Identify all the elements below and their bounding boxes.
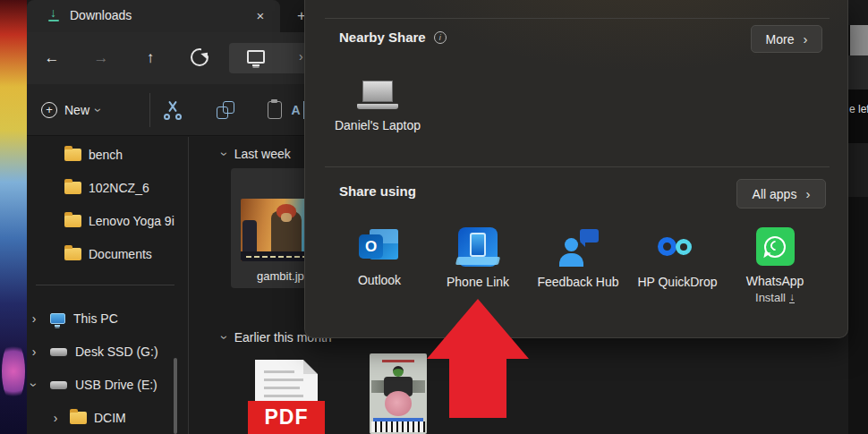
nearby-share-header: Nearby Share i [339,30,447,45]
all-apps-button-label: All apps [753,187,797,201]
sidebar-scrollbar[interactable] [174,358,177,434]
forward-button[interactable]: → [89,47,113,70]
folder-icon [70,412,87,424]
sidebar-item-lenovo-yoga[interactable]: Lenovo Yoga 9i [27,209,188,233]
new-dropdown-chevron-icon: › [91,108,106,113]
sidebar-divider [36,285,174,285]
file-tile-poster[interactable] [370,353,427,434]
tab-title: Downloads [70,8,132,22]
folder-icon [64,215,81,227]
sidebar-label: This PC [73,311,118,326]
monitor-icon [50,313,65,324]
chevron-right-icon[interactable]: › [27,311,41,326]
rename-icon[interactable]: A [288,101,304,119]
share-app-whatsapp[interactable]: WhatsApp Install ↓ [725,227,825,304]
whatsapp-icon [756,227,795,266]
sidebar-item-desk-ssd[interactable]: › Desk SSD (G:) [27,340,188,363]
share-using-label: Share using [339,183,416,199]
section-label: Last week [234,147,291,161]
toolbar-separator [149,93,150,127]
folder-icon [64,248,81,260]
chevron-right-icon[interactable]: › [48,411,63,425]
chevron-right-icon: › [803,31,807,47]
downloads-icon: ↓ [47,8,61,22]
file-tile-pdf[interactable]: PDF [248,360,325,434]
app-label: Outlook [358,273,401,287]
app-label: WhatsApp [746,274,804,288]
share-using-header: Share using [339,183,416,199]
copy-icon[interactable] [217,101,234,119]
sidebar-item-102ncz6[interactable]: 102NCZ_6 [27,176,188,200]
outlook-icon: O [359,227,400,265]
refresh-icon[interactable] [191,48,208,66]
new-button[interactable]: + New › [41,96,140,124]
breadcrumb-chevron-icon[interactable]: › [299,49,303,64]
share-app-hp-quickdrop[interactable]: HP QuickDrop [627,227,728,289]
desktop-wallpaper [0,0,27,434]
cut-icon[interactable] [163,100,183,120]
screen: ↓ Downloads × + ← → ↑ › + New [0,0,868,434]
background-text-fragment: e lef [849,103,868,115]
nearby-share-label: Nearby Share [339,30,426,45]
dialog-divider [325,18,830,19]
more-button[interactable]: More › [751,25,822,53]
feedback-hub-icon [557,227,599,267]
sidebar-label: 102NCZ_6 [89,181,149,195]
chevron-down-icon[interactable]: › [27,378,41,392]
sidebar-item-dcim[interactable]: › DCIM [48,406,209,430]
share-app-outlook[interactable]: O Outlook [329,227,430,287]
sidebar-label: bench [89,148,123,162]
up-button[interactable]: ↑ [139,47,162,70]
sidebar-label: USB Drive (E:) [75,378,157,392]
nearby-device-daniels-laptop[interactable]: Daniel's Laptop [319,81,436,132]
background-window-strip: e lef [848,0,868,434]
sidebar-item-this-pc[interactable]: › This PC [27,307,188,330]
hp-quickdrop-icon [654,227,701,267]
back-button[interactable]: ← [40,47,64,70]
collapse-chevron-icon[interactable]: › [217,152,232,157]
folder-icon [64,182,81,194]
drive-icon [50,381,67,389]
collapse-chevron-icon[interactable]: › [217,336,232,340]
plus-circle-icon: + [41,102,57,118]
app-label: Feedback Hub [537,275,618,289]
app-label: HP QuickDrop [637,275,717,289]
new-button-label: New [64,103,89,117]
sidebar-label: Documents [89,247,152,261]
whatsapp-install-label: Install ↓ [755,291,795,304]
paste-icon[interactable] [268,101,282,119]
pdf-badge: PDF [248,401,325,434]
device-name: Daniel's Laptop [335,118,421,132]
drive-icon [50,348,67,356]
all-apps-button[interactable]: All apps › [736,179,826,208]
share-app-phone-link[interactable]: Phone Link [428,227,528,289]
share-dialog: Nearby Share i More › Daniel's Laptop Sh… [304,0,848,338]
sidebar-label: Desk SSD (G:) [75,345,158,359]
dialog-divider [325,166,830,167]
share-app-feedback-hub[interactable]: Feedback Hub [528,227,628,289]
phone-link-icon [458,227,498,267]
tab-close-icon[interactable]: × [251,7,270,25]
chevron-right-icon: › [805,186,810,201]
section-header-last-week[interactable]: › Last week [223,147,291,161]
file-name: gambit.jpg [257,269,311,283]
sidebar-item-usb-drive[interactable]: › USB Drive (E:) [27,373,188,396]
sidebar-item-bench[interactable]: bench [27,143,188,166]
chevron-right-icon[interactable]: › [27,345,41,359]
install-download-icon: ↓ [789,293,795,303]
more-button-label: More [766,32,795,47]
sidebar-label: Lenovo Yoga 9i [89,214,174,228]
sidebar-label: DCIM [94,411,126,425]
sidebar: bench 102NCZ_6 Lenovo Yoga 9i Documents … [27,137,188,434]
laptop-icon [357,81,398,109]
app-label: Phone Link [447,275,509,289]
info-icon[interactable]: i [434,31,447,44]
tab-downloads[interactable]: ↓ Downloads × [27,0,280,32]
sidebar-item-documents[interactable]: Documents [27,243,188,266]
this-pc-icon [247,50,265,64]
folder-icon [64,149,81,161]
